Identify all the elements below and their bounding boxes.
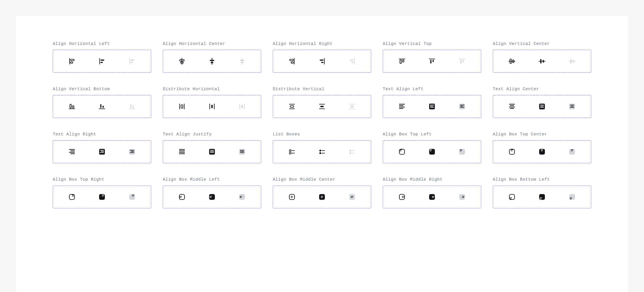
align-vertical-center-outline-icon bbox=[508, 57, 516, 65]
icon-label: Distribute Horizontal bbox=[163, 86, 261, 93]
icon-label: Text Align Center bbox=[493, 86, 591, 93]
list-boxes-filled-icon bbox=[318, 148, 326, 156]
text-align-justify-muted-icon bbox=[238, 148, 246, 156]
svg-rect-22 bbox=[320, 60, 323, 61]
svg-rect-13 bbox=[210, 60, 214, 61]
svg-rect-32 bbox=[433, 60, 434, 62]
distribute-vertical-filled-icon bbox=[318, 102, 326, 111]
variant-box bbox=[493, 140, 591, 163]
icon-label: Align Box Middle Left bbox=[163, 176, 261, 184]
variant-box bbox=[383, 50, 481, 73]
list-boxes-outline-icon bbox=[288, 148, 296, 156]
variant-box bbox=[273, 186, 371, 208]
icon-label: Align Box Top Right bbox=[53, 176, 151, 184]
icon-cell-text-align-justify: Text Align Justify bbox=[163, 131, 261, 163]
text-align-left-outline-icon bbox=[398, 102, 406, 111]
svg-rect-19 bbox=[290, 59, 293, 61]
icon-cell-align-box-middle-left: Align Box Middle Left bbox=[163, 176, 261, 208]
icon-label: Align Box Middle Center bbox=[273, 176, 371, 184]
svg-rect-65 bbox=[290, 106, 294, 107]
svg-rect-52 bbox=[130, 104, 131, 108]
align-box-bottom-left-outline-icon bbox=[508, 193, 516, 201]
svg-rect-125 bbox=[319, 152, 321, 154]
text-align-center-filled-icon bbox=[538, 102, 546, 111]
align-vertical-bottom-filled-icon bbox=[98, 102, 106, 111]
align-box-top-left-filled-icon bbox=[428, 148, 436, 156]
variant-box bbox=[383, 186, 481, 208]
svg-rect-68 bbox=[320, 106, 324, 107]
svg-rect-35 bbox=[463, 60, 464, 62]
icon-label: Align Box Bottom Left bbox=[493, 176, 591, 184]
svg-rect-26 bbox=[351, 62, 354, 63]
distribute-horizontal-filled-icon bbox=[208, 102, 216, 111]
svg-rect-47 bbox=[72, 106, 74, 108]
align-box-middle-right-filled-icon bbox=[428, 193, 436, 201]
icon-cell-align-box-middle-center: Align Box Middle Center bbox=[273, 176, 371, 208]
align-horizontal-right-muted-icon bbox=[348, 57, 356, 65]
align-vertical-top-muted-icon bbox=[458, 57, 466, 65]
align-box-bottom-left-muted-icon bbox=[568, 193, 576, 201]
icon-label: Align Horizontal Center bbox=[163, 41, 261, 48]
svg-rect-4 bbox=[101, 60, 104, 61]
align-box-top-right-filled-icon bbox=[98, 193, 106, 201]
align-box-top-center-muted-icon bbox=[568, 148, 576, 156]
distribute-vertical-muted-icon bbox=[348, 102, 356, 111]
icon-label: Align Box Top Left bbox=[383, 131, 481, 139]
align-box-middle-center-filled-icon bbox=[318, 193, 326, 201]
svg-rect-71 bbox=[350, 106, 354, 107]
align-vertical-top-filled-icon bbox=[428, 57, 436, 65]
text-align-left-muted-icon bbox=[458, 102, 466, 111]
svg-rect-129 bbox=[350, 152, 351, 154]
svg-rect-159 bbox=[179, 194, 184, 200]
icon-cell-list-boxes: List Boxes bbox=[273, 131, 371, 163]
text-align-left-filled-icon bbox=[428, 102, 436, 111]
svg-rect-120 bbox=[289, 150, 291, 151]
icon-cell-align-vertical-bottom: Align Vertical Bottom bbox=[53, 86, 151, 118]
align-horizontal-left-outline-icon bbox=[68, 57, 76, 65]
align-horizontal-center-filled-icon bbox=[208, 57, 216, 65]
icon-cell-text-align-left: Text Align Left bbox=[383, 86, 481, 118]
svg-rect-16 bbox=[240, 60, 244, 61]
svg-rect-183 bbox=[459, 194, 465, 200]
icon-cell-text-align-right: Text Align Right bbox=[53, 131, 151, 163]
distribute-vertical-outline-icon bbox=[288, 102, 296, 111]
align-box-top-center-filled-icon bbox=[538, 148, 546, 156]
align-vertical-bottom-outline-icon bbox=[68, 102, 76, 111]
icon-cell-align-horizontal-center: Align Horizontal Center bbox=[163, 41, 261, 73]
svg-rect-28 bbox=[400, 60, 401, 64]
svg-rect-34 bbox=[460, 60, 462, 64]
icon-label: Text Align Left bbox=[383, 86, 481, 93]
svg-rect-44 bbox=[573, 60, 574, 63]
text-align-center-muted-icon bbox=[568, 102, 576, 111]
icon-cell-align-box-bottom-left: Align Box Bottom Left bbox=[493, 176, 591, 208]
align-box-top-right-muted-icon bbox=[128, 193, 136, 201]
align-box-top-left-muted-icon bbox=[458, 148, 466, 156]
icon-label: Align Vertical Bottom bbox=[53, 86, 151, 93]
icon-cell-distribute-vertical: Distribute Vertical bbox=[273, 86, 371, 118]
align-box-middle-left-outline-icon bbox=[178, 193, 186, 201]
svg-rect-62 bbox=[241, 105, 243, 108]
icon-reference-sheet: Align Horizontal LeftAlign Horizontal Ce… bbox=[16, 16, 628, 292]
svg-rect-41 bbox=[543, 60, 544, 63]
icon-cell-text-align-center: Text Align Center bbox=[493, 86, 591, 118]
icon-cell-align-horizontal-right: Align Horizontal Right bbox=[273, 41, 371, 73]
align-box-middle-right-outline-icon bbox=[398, 193, 406, 201]
align-box-bottom-left-filled-icon bbox=[538, 193, 546, 201]
align-horizontal-left-filled-icon bbox=[98, 57, 106, 65]
align-box-top-left-outline-icon bbox=[398, 148, 406, 156]
variant-box bbox=[163, 140, 261, 163]
svg-rect-29 bbox=[403, 60, 404, 62]
svg-rect-7 bbox=[131, 60, 134, 61]
distribute-horizontal-outline-icon bbox=[178, 102, 186, 111]
icon-label: Align Horizontal Left bbox=[53, 41, 151, 48]
align-box-middle-left-filled-icon bbox=[208, 193, 216, 201]
align-box-top-center-outline-icon bbox=[508, 148, 516, 156]
variant-box bbox=[53, 140, 151, 163]
align-vertical-center-filled-icon bbox=[538, 57, 546, 65]
align-vertical-bottom-muted-icon bbox=[128, 102, 136, 111]
icon-label: Text Align Justify bbox=[163, 131, 261, 139]
svg-rect-25 bbox=[350, 60, 354, 61]
variant-box bbox=[493, 186, 591, 208]
svg-rect-14 bbox=[211, 62, 213, 63]
icon-label: Distribute Vertical bbox=[273, 86, 371, 93]
